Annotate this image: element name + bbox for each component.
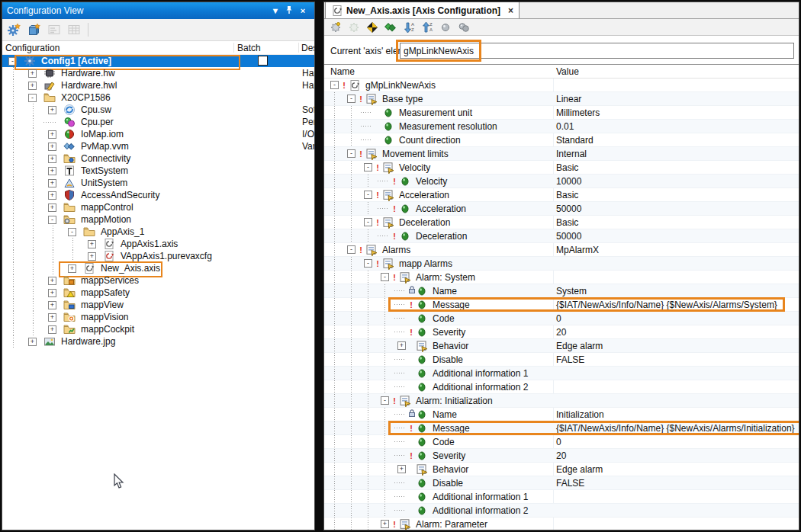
expand-toggle[interactable]: + [48,325,56,334]
collapse-toggle[interactable]: - [330,81,339,89]
expand-toggle[interactable]: + [48,143,56,151]
param-row-additional-information-2[interactable]: Additional information 2 [324,504,799,518]
param-value[interactable]: Edge alarm [556,463,603,476]
param-row-gmplinknewaxis[interactable]: -!gMpLinkNewAxis [324,79,799,92]
collapse-toggle[interactable]: - [381,396,389,405]
sort-za-icon[interactable]: ZA [419,20,436,35]
insert-element-icon[interactable] [327,20,344,35]
expand-toggle[interactable]: + [48,301,56,309]
expand-toggle[interactable]: + [381,520,389,528]
tree-item-mappsafety[interactable]: +mappSafety [2,287,314,299]
param-row-additional-information-2[interactable]: Additional information 2 [324,380,799,394]
batch-checkbox[interactable] [258,56,268,66]
param-value[interactable]: 0.01 [556,120,574,133]
param-value[interactable]: Standard [556,133,594,147]
param-row-alarm-initialization[interactable]: -!Alarm: Initialization [324,394,799,408]
tree-item-mappservices[interactable]: +mappServices [2,274,314,287]
current-element-input[interactable] [400,43,794,59]
tree-item-mappcontrol[interactable]: +mappControl [2,201,314,213]
param-row-code[interactable]: Code0 [324,312,799,325]
tree-item-appaxis1-axis[interactable]: +AppAxis1.axis [2,238,314,250]
expand-toggle[interactable]: + [48,155,56,163]
expand-toggle[interactable]: + [48,277,56,285]
expand-toggle[interactable]: + [48,289,56,297]
param-value[interactable]: 0 [556,435,561,449]
param-row-movement-limits[interactable]: -!Movement limitsInternal [324,147,799,161]
param-value[interactable]: System [556,284,587,298]
tree-item-cpu-per[interactable]: Cpu.perPerma [2,116,314,128]
new-cube-icon[interactable] [25,21,43,38]
tree-item-unitsystem[interactable]: +UnitSystem [2,177,314,189]
tree-item-textsystem[interactable]: +TextSystem [2,165,314,177]
param-row-additional-information-1[interactable]: Additional information 1 [324,367,799,380]
orb-icon[interactable] [437,20,454,35]
expand-toggle[interactable]: + [397,465,406,473]
param-value[interactable]: 0 [556,312,561,325]
param-row-deceleration[interactable]: -!DecelerationBasic [324,216,799,229]
param-value[interactable]: {$IAT/NewAxis/Info/Name} {$NewAxis/Alarm… [556,298,777,312]
tree-item-accessandsecurity[interactable]: +AccessAndSecurity [2,189,314,201]
tree-item-appaxis-1[interactable]: -AppAxis_1 [2,226,314,238]
param-value[interactable]: 50000 [556,229,581,243]
param-value[interactable]: 10000 [556,175,581,188]
expand-toggle[interactable]: + [48,204,56,212]
collapse-toggle[interactable]: - [48,216,56,224]
expand-toggle[interactable]: + [68,264,76,273]
collapse-toggle[interactable]: - [28,94,37,102]
param-value[interactable]: Edge alarm [556,339,603,353]
tree-item-mappvision[interactable]: +mappVision [2,311,314,323]
expand-toggle[interactable]: + [48,313,56,322]
param-row-count-direction[interactable]: Count directionStandard [324,133,799,147]
param-row-deceleration[interactable]: !Deceleration50000 [324,229,799,243]
expand-toggle[interactable]: + [88,240,96,248]
param-row-acceleration[interactable]: !Acceleration50000 [324,202,799,216]
collapse-toggle[interactable]: - [347,95,355,103]
expand-toggle[interactable]: + [397,341,406,350]
param-value[interactable]: Internal [556,147,587,161]
tree-item-mappcockpit[interactable]: +mappCockpit [2,323,314,335]
collapse-toggle[interactable]: - [364,259,372,268]
tree-item-cpu-sw[interactable]: +Cpu.swSoftw [2,104,314,116]
param-row-alarm-parameter[interactable]: +!Alarm: Parameter [324,518,799,530]
param-row-alarms[interactable]: -!AlarmsMpAlarmX [324,243,799,257]
expand-toggle[interactable]: + [28,82,37,90]
collapse-toggle[interactable]: - [347,245,355,254]
focus-target-icon[interactable] [364,20,381,35]
collapse-toggle[interactable]: - [68,228,76,236]
param-row-additional-information-1[interactable]: Additional information 1 [324,490,799,504]
param-value[interactable]: Linear [556,92,581,106]
expand-toggle[interactable]: + [88,252,96,261]
tree-item-mappmotion[interactable]: -mappMotion [2,213,314,226]
param-value[interactable]: Basic [556,161,578,175]
expand-toggle[interactable]: + [28,338,37,346]
close-icon[interactable]: × [296,6,310,15]
insert-subelement-icon[interactable] [346,20,362,35]
param-value[interactable]: Millimeters [556,106,600,120]
properties-list-icon[interactable] [45,21,63,38]
tree-item-hardware-jpg[interactable]: +Hardware.jpg [2,335,314,348]
param-row-message[interactable]: !Message{$IAT/NewAxis/Info/Name} {$NewAx… [324,421,799,435]
expand-toggle[interactable]: + [48,179,56,187]
tree-item-new-axis-axis[interactable]: +New_Axis.axis [2,262,314,274]
collapse-toggle[interactable]: - [8,57,17,66]
grid-view-icon[interactable] [65,21,83,38]
param-row-name[interactable]: NameSystem [324,284,799,298]
param-row-disable[interactable]: DisableFALSE [324,476,799,490]
param-value[interactable]: 20 [556,449,566,463]
tab-axis-configuration[interactable]: New_Axis.axis [Axis Configuration] × [325,2,520,18]
param-row-disable[interactable]: DisableFALSE [324,353,799,367]
pin-icon[interactable] [282,5,296,16]
param-row-alarm-system[interactable]: -!Alarm: System [324,271,799,284]
param-row-code[interactable]: Code0 [324,435,799,449]
param-value[interactable]: Basic [556,216,578,229]
collapse-toggle[interactable]: - [347,149,355,158]
expand-toggle[interactable]: + [48,130,56,139]
tree-item-x20cp1586[interactable]: -X20CP1586 [2,91,314,104]
param-row-velocity[interactable]: !Velocity10000 [324,175,799,188]
param-row-measurement-resolution[interactable]: Measurement resolution0.01 [324,120,799,133]
expand-toggle[interactable]: + [48,191,56,200]
param-row-velocity[interactable]: -!VelocityBasic [324,161,799,175]
tree-item-hardware-hwl[interactable]: +Hardware.hwlHardw [2,79,314,91]
param-row-acceleration[interactable]: -!AccelerationBasic [324,188,799,202]
param-row-message[interactable]: !Message{$IAT/NewAxis/Info/Name} {$NewAx… [324,298,799,312]
